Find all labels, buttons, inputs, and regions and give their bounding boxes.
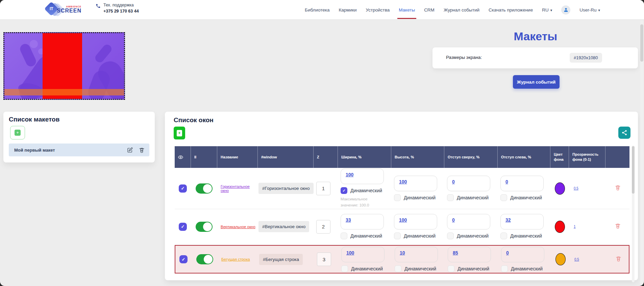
page-title: Макеты xyxy=(490,30,581,43)
width-dynamic-checkbox[interactable]: Динамический xyxy=(341,265,385,272)
height-input[interactable]: 100 xyxy=(394,214,437,229)
delete-icon[interactable] xyxy=(139,147,145,153)
plus-icon xyxy=(177,130,182,136)
offset-left-input[interactable]: 0 xyxy=(501,247,544,262)
logo-ambience-text: AMBIENCE xyxy=(56,5,81,8)
width-dynamic-checkbox[interactable]: Динамический xyxy=(341,233,384,239)
offset-left-dynamic-checkbox[interactable]: Динамический xyxy=(500,233,544,239)
window-id-badge: #Вертикальное окно xyxy=(258,221,309,232)
width-input[interactable]: 100 xyxy=(341,247,385,262)
support-label: Тех. поддержка xyxy=(103,3,139,7)
delete-row-button[interactable] xyxy=(616,256,621,263)
enabled-toggle[interactable] xyxy=(196,222,213,232)
width-input[interactable]: 100 xyxy=(341,169,384,184)
delete-row-button[interactable] xyxy=(615,223,621,230)
z-index-input[interactable] xyxy=(316,220,330,234)
eye-icon xyxy=(178,155,183,160)
nav-item-event-log[interactable]: Журнал событий xyxy=(444,7,479,13)
width-input[interactable]: 33 xyxy=(341,214,384,229)
height-dynamic-checkbox[interactable]: Динамический xyxy=(394,233,437,239)
width-dynamic-checkbox[interactable]: Динамический xyxy=(341,187,384,194)
offset-top-input[interactable]: 85 xyxy=(448,247,491,262)
visibility-checkbox[interactable] xyxy=(179,255,188,263)
offset-top-dynamic-checkbox[interactable]: Динамический xyxy=(447,233,490,239)
windows-table: II Название #window Z Ширина, % Высота, … xyxy=(175,146,629,273)
support-phone: +375 29 170 63 44 xyxy=(103,9,139,14)
user-avatar[interactable] xyxy=(561,5,570,15)
height-dynamic-checkbox[interactable]: Динамический xyxy=(395,265,438,272)
window-name-link[interactable]: Бегущая строка xyxy=(218,257,250,261)
page-scrollbar-thumb[interactable] xyxy=(640,24,643,62)
offset-top-input[interactable]: 0 xyxy=(447,214,490,229)
column-bg-color: Цвет фона xyxy=(550,146,569,168)
offset-left-dynamic-checkbox[interactable]: Динамический xyxy=(500,194,544,201)
height-input[interactable]: 100 xyxy=(394,176,437,191)
add-window-button[interactable] xyxy=(174,127,185,139)
nav-item-crm[interactable]: CRM xyxy=(424,7,435,13)
tech-support-block: Тех. поддержка +375 29 170 63 44 xyxy=(96,3,139,14)
offset-left-input[interactable]: 32 xyxy=(500,214,544,229)
column-visibility xyxy=(175,146,191,168)
phone-icon xyxy=(96,3,101,8)
column-actions xyxy=(605,146,630,168)
user-menu[interactable]: User-Ru xyxy=(579,7,600,13)
trash-icon xyxy=(615,184,621,191)
table-header-row: II Название #window Z Ширина, % Высота, … xyxy=(175,146,629,168)
window-name-link[interactable]: Вертикальное окно xyxy=(217,225,255,229)
nav-item-library[interactable]: Библиотека xyxy=(305,7,329,13)
offset-left-input[interactable]: 0 xyxy=(500,176,544,191)
offset-top-dynamic-checkbox[interactable]: Динамический xyxy=(447,194,490,201)
visibility-checkbox[interactable] xyxy=(179,223,187,231)
add-layout-button[interactable] xyxy=(10,126,25,139)
link-devices-button[interactable] xyxy=(618,127,630,139)
z-index-input[interactable] xyxy=(316,182,330,195)
height-dynamic-checkbox[interactable]: Динамический xyxy=(394,194,437,201)
window-row-3-selected: Бегущая строка #Бегущая строка 100 Динам… xyxy=(175,245,629,273)
visibility-checkbox[interactable] xyxy=(179,184,187,193)
nav-item-devices[interactable]: Устройства xyxy=(366,7,390,13)
nav-item-karmiki[interactable]: Кармики xyxy=(339,7,356,13)
layout-list-item[interactable]: Мой первый макет xyxy=(9,144,149,156)
bg-color-swatch[interactable] xyxy=(555,182,565,195)
page-scrollbar[interactable] xyxy=(640,20,643,284)
window-name-link[interactable]: Горизонтальное окно xyxy=(217,184,258,193)
column-enabled: II xyxy=(191,146,217,168)
nav-item-download-app[interactable]: Скачать приложение xyxy=(489,7,533,13)
plus-icon xyxy=(15,130,21,136)
delete-row-button[interactable] xyxy=(615,184,621,192)
share-icon xyxy=(621,130,627,136)
app-logo[interactable]: IT AMBIENCE SCREEN xyxy=(45,2,82,18)
column-offset-top: Отступ сверху, % xyxy=(444,146,498,168)
bg-color-swatch[interactable] xyxy=(555,253,566,265)
language-dropdown[interactable]: RU xyxy=(542,7,552,13)
column-name: Название xyxy=(217,146,258,168)
person-icon xyxy=(563,7,569,13)
offset-left-dynamic-checkbox[interactable]: Динамический xyxy=(501,265,544,272)
window-id-badge: #Горизонтальное окно xyxy=(258,183,314,194)
table-scrollbar[interactable] xyxy=(632,146,635,282)
nav-links: Библиотека Кармики Устройства Макеты CRM… xyxy=(305,0,600,20)
scrollbar-thumb[interactable] xyxy=(632,146,635,194)
enabled-toggle[interactable] xyxy=(196,183,213,194)
column-offset-left: Отступ слева, % xyxy=(498,146,550,168)
layout-name: Мой первый макет xyxy=(14,148,127,153)
bg-color-swatch[interactable] xyxy=(555,221,565,233)
edit-icon[interactable] xyxy=(127,147,133,153)
nav-item-layouts[interactable]: Макеты xyxy=(399,7,415,13)
opacity-link[interactable]: 0.5 xyxy=(570,258,579,261)
app-window: IT AMBIENCE SCREEN Тех. поддержка +375 2… xyxy=(0,0,644,286)
column-opacity: Прозрачность фона (0-1) xyxy=(569,146,605,168)
column-z: Z xyxy=(314,146,338,168)
screen-size-badge: #1920x1080 xyxy=(570,53,602,63)
enabled-toggle[interactable] xyxy=(196,254,213,264)
offset-top-dynamic-checkbox[interactable]: Динамический xyxy=(448,265,491,272)
event-log-button[interactable]: Журнал событий xyxy=(513,75,560,89)
opacity-link[interactable]: 1 xyxy=(569,225,576,228)
preview-ticker-window xyxy=(4,89,124,95)
z-index-input[interactable] xyxy=(317,252,331,266)
offset-top-input[interactable]: 0 xyxy=(447,176,490,191)
layout-preview[interactable] xyxy=(3,32,125,100)
column-height: Высота, % xyxy=(391,146,444,168)
opacity-link[interactable]: 0.5 xyxy=(569,186,578,190)
height-input[interactable]: 10 xyxy=(395,247,438,262)
